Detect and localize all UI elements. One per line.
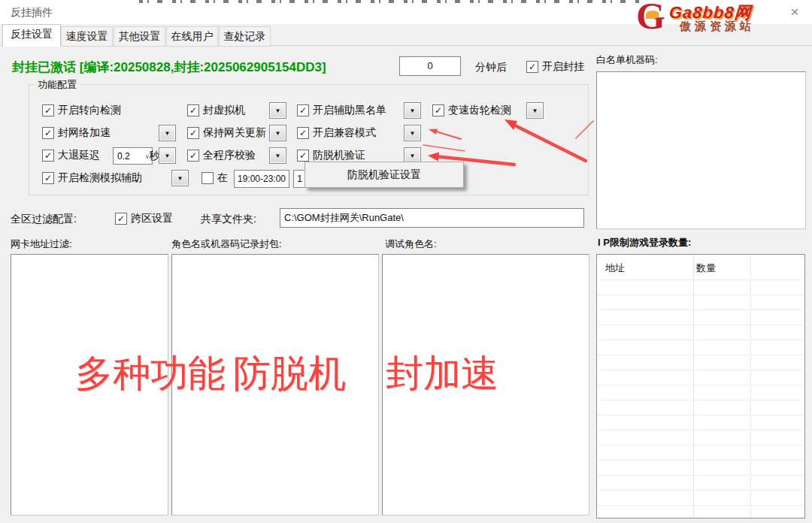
checkbox-full-program-verify[interactable]: ✓ 全程序校验 [187,149,256,162]
checkbox-speed-gear-detect[interactable]: ✓ 变速齿轮检测 [432,104,511,117]
checkbox-check-icon: ✓ [526,61,538,73]
checkbox-label: 大退延迟 [58,149,100,162]
app-window: 反挂插件 × G Ga8bb8网 傲源资源站 反挂设置 速度设置 其他设置 在线… [0,0,812,523]
watermark-text-2: 防脱机 [233,349,346,399]
dropdown-block-vm[interactable]: ▼ [269,102,286,119]
checkbox-check-icon: ✓ [297,104,309,116]
checkbox-check-icon: ✓ [42,127,54,139]
checkbox-label: 全程序校验 [203,149,256,162]
checkbox-helper-blacklist[interactable]: ✓ 开启辅助黑名单 [297,104,386,117]
tab-anti-hang-settings[interactable]: 反挂设置 [2,24,61,47]
popup-menu-anti-offline-settings[interactable]: 防脱机验证设置 [304,162,464,188]
checkbox-label: 开启封挂 [542,60,584,74]
site-logo: G Ga8bb8网 傲源资源站 [636,0,779,35]
nic-filter-label: 网卡地址过滤: [11,237,72,251]
checkbox-check-icon: ✓ [115,213,127,225]
record-packet-label: 角色名或机器码记录封包: [171,237,282,251]
checkbox-check-icon: ✓ [432,104,444,116]
delay-minutes-suffix: 分钟后 [475,61,507,74]
exit-delay-unit: 秒 [149,150,159,163]
checkbox-anti-offline-verify[interactable]: ✓ 防脱机验证 [297,149,365,162]
dropdown-block-net-accel[interactable]: ▼ [159,125,176,141]
watermark-text-3: 封加速 [386,349,498,399]
checkbox-label: 变速齿轮检测 [448,104,511,117]
debug-role-label: 调试角色名: [385,237,437,251]
checkbox-check-icon: ✓ [42,150,54,162]
watermark-text-1: 多种功能 [75,349,226,399]
dropdown-helper-blacklist[interactable]: ▼ [404,102,421,119]
ip-limit-table[interactable]: 地址 数量 [596,254,805,518]
checkbox-label: 封网络加速 [58,126,111,140]
checkbox-label: 跨区设置 [131,212,173,225]
whitelist-label: 白名单机器码: [596,53,658,67]
logo-g-icon: G [636,0,665,38]
dropdown-full-program-verify[interactable]: ▼ [269,147,286,164]
dropdown-keep-gateway-update[interactable]: ▼ [269,125,286,141]
checkbox-detect-sim-helper[interactable]: ✓ 开启检测模拟辅助 [42,171,142,185]
table-header-address[interactable]: 地址 [605,262,625,275]
checkbox-compat-mode[interactable]: ✓ 开启兼容模式 [297,126,376,140]
dropdown-exit-delay[interactable]: ▼ [159,147,176,164]
tab-check-records[interactable]: 查处记录 [219,26,271,47]
whitelist-textarea[interactable] [596,71,806,229]
checkbox-check-icon: ✓ [297,127,309,139]
checkbox-block-net-accel[interactable]: ✓ 封网络加速 [42,126,111,140]
exit-delay-combobox[interactable]: 0.2 ∨ [113,147,153,165]
close-icon[interactable]: × [783,3,806,21]
checkbox-label: 防脱机验证 [313,149,365,162]
checkbox-time-range[interactable]: 在 [201,171,228,185]
activation-status-text: 封挂已激话 [编译:20250828,封挂:2025062905154DD3] [12,59,326,76]
dropdown-speed-gear-detect[interactable]: ▼ [526,102,544,119]
checkbox-check-icon: ✓ [297,150,309,162]
checkbox-empty [201,172,214,184]
checkbox-cross-zone[interactable]: ✓ 跨区设置 [115,212,173,225]
delay-minutes-input[interactable]: 0 [399,56,461,76]
checkbox-check-icon: ✓ [187,104,199,116]
feature-groupbox-title: 功能配置 [35,78,80,92]
tab-other-settings[interactable]: 其他设置 [114,26,165,47]
checkbox-label: 在 [217,171,228,185]
checkbox-label: 封虚拟机 [203,104,245,117]
table-body-empty-rows [597,280,804,518]
checkbox-block-vm[interactable]: ✓ 封虚拟机 [187,104,245,117]
table-header-count[interactable]: 数量 [696,262,716,275]
checkbox-label: 保持网关更新 [203,126,266,140]
dropdown-compat-mode[interactable]: ▼ [404,125,421,141]
logo-sub-text: 傲源资源站 [680,20,755,34]
exit-delay-value: 0.2 [117,151,130,162]
checkbox-label: 开启辅助黑名单 [313,104,386,117]
checkbox-turn-detect[interactable]: ✓ 开启转向检测 [42,104,121,117]
tab-online-users[interactable]: 在线用户 [166,26,218,47]
checkbox-label: 开启兼容模式 [313,126,376,140]
checkbox-check-icon: ✓ [42,172,54,184]
share-folder-label: 共享文件夹: [201,213,256,226]
tab-speed-settings[interactable]: 速度设置 [61,26,113,47]
checkbox-enable-block[interactable]: ✓ 开启封挂 [526,60,584,74]
checkbox-exit-delay[interactable]: ✓ 大退延迟 [42,149,100,162]
checkbox-keep-gateway-update[interactable]: ✓ 保持网关更新 [187,126,266,140]
filter-config-label: 全区过滤配置: [11,213,77,226]
time-range-input[interactable]: 19:00-23:00 [234,170,289,188]
checkbox-check-icon: ✓ [42,104,54,116]
ip-limit-label: I P限制游戏登录数量: [598,236,691,249]
dropdown-detect-sim-helper[interactable]: ▼ [171,170,189,186]
share-folder-input[interactable]: C:\GOM封挂网关\RunGate\ [280,208,584,228]
window-title: 反挂插件 [11,6,53,20]
checkbox-label: 开启检测模拟辅助 [58,171,142,185]
clipped-background-text [139,0,641,3]
checkbox-label: 开启转向检测 [58,104,121,117]
checkbox-check-icon: ✓ [187,150,199,162]
checkbox-check-icon: ✓ [187,127,199,139]
